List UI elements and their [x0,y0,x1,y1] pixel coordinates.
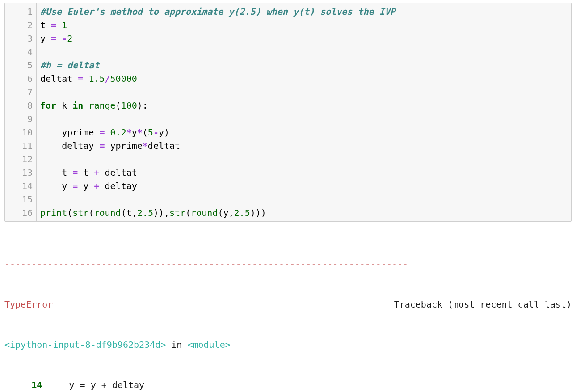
line-number: 4 [7,45,33,59]
line-number: 9 [7,112,33,126]
traceback-module: <module> [187,339,230,350]
code-input-cell[interactable]: 12345678910111213141516 #Use Euler's met… [4,3,572,222]
line-number: 7 [7,85,33,99]
code-line[interactable]: y = -2 [40,32,568,45]
code-line[interactable]: t = 1 [40,18,568,32]
line-number: 1 [7,5,33,18]
line-number: 2 [7,18,33,32]
error-name: TypeError [4,298,53,311]
code-editor[interactable]: #Use Euler's method to approximate y(2.5… [37,3,571,221]
code-line[interactable] [40,45,568,59]
traceback-location-line: <ipython-input-8-df9b962b234d> in <modul… [4,338,572,351]
code-line[interactable]: #h = deltat [40,59,568,72]
line-number: 10 [7,126,33,139]
traceback-context: 14 y = y + deltay 15 [4,378,572,392]
line-number: 16 [7,206,33,219]
traceback-separator: ----------------------------------------… [4,257,572,271]
code-line[interactable]: deltat = 1.5/50000 [40,72,568,85]
line-number: 15 [7,193,33,206]
line-number: 14 [7,179,33,193]
cell-output: ----------------------------------------… [4,231,572,392]
code-line[interactable]: yprime = 0.2*y*(5-y) [40,126,568,139]
line-number-gutter: 12345678910111213141516 [5,3,37,221]
line-number: 13 [7,166,33,179]
traceback-label: Traceback (most recent call last) [394,298,572,311]
line-number: 5 [7,59,33,72]
code-line[interactable]: t = t + deltat [40,166,568,179]
notebook-cell: 12345678910111213141516 #Use Euler's met… [0,0,576,392]
code-line[interactable]: for k in range(100): [40,99,568,112]
code-line[interactable]: #Use Euler's method to approximate y(2.5… [40,5,568,18]
line-number: 12 [7,152,33,166]
code-line[interactable] [40,85,568,99]
line-number: 6 [7,72,33,85]
code-line[interactable]: deltay = yprime*deltat [40,139,568,152]
line-number: 11 [7,139,33,152]
traceback-context-line: 14 y = y + deltay [4,378,572,392]
code-line[interactable] [40,193,568,206]
code-line[interactable]: y = y + deltay [40,179,568,193]
code-line[interactable] [40,112,568,126]
traceback-header-row: TypeError Traceback (most recent call la… [4,298,572,311]
line-number: 3 [7,32,33,45]
traceback-file: <ipython-input-8-df9b962b234d> [4,339,166,350]
code-line[interactable] [40,152,568,166]
code-line[interactable]: print(str(round(t,2.5)),str(round(y,2.5)… [40,206,568,219]
line-number: 8 [7,99,33,112]
